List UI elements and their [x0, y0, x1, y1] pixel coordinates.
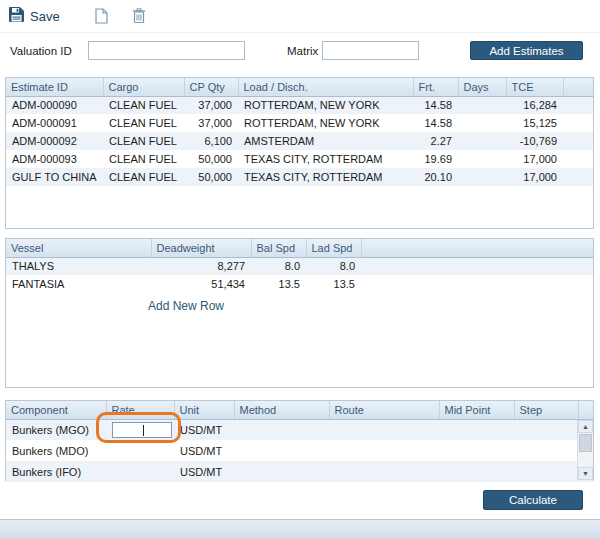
- cell-cargo: CLEAN FUEL: [103, 114, 184, 132]
- valuation-app: Save Valuation ID Matrix Add Estimates: [0, 0, 600, 539]
- cell-cp-qty: 37,000: [184, 96, 238, 114]
- cell-cp-qty: 50,000: [184, 150, 238, 168]
- vessels-table: Vessel Deadweight Bal Spd Lad Spd THALYS…: [6, 239, 593, 293]
- vessels-header-row: Vessel Deadweight Bal Spd Lad Spd: [6, 239, 593, 257]
- cell-mid-point: [439, 461, 514, 482]
- rate-input-wrap: [112, 422, 172, 438]
- valuation-id-input[interactable]: [88, 41, 245, 60]
- cell-days: [458, 168, 506, 186]
- scroll-down-icon[interactable]: ▼: [578, 467, 593, 480]
- cell-method: [234, 440, 329, 461]
- col-component: Component: [6, 401, 106, 419]
- cell-route: [329, 419, 439, 440]
- cell-bal-spd: 8.0: [251, 257, 306, 275]
- spacer-cell: [563, 168, 593, 186]
- col-rate: Rate: [106, 401, 174, 419]
- cell-unit: USD/MT: [174, 419, 234, 440]
- col-days: Days: [458, 78, 506, 96]
- cell-step: [514, 461, 578, 482]
- estimate-row[interactable]: ADM-000093 CLEAN FUEL 50,000 TEXAS CITY,…: [6, 150, 593, 168]
- estimate-row[interactable]: ADM-000090 CLEAN FUEL 37,000 ROTTERDAM, …: [6, 96, 593, 114]
- vessel-row[interactable]: THALYS 8,277 8.0 8.0: [6, 257, 593, 275]
- scrollbar-thumb[interactable]: [579, 434, 592, 452]
- cell-rate[interactable]: [106, 440, 174, 461]
- cell-cp-qty: 6,100: [184, 132, 238, 150]
- component-row[interactable]: Bunkers (IFO) USD/MT: [6, 461, 593, 482]
- col-estimate-id: Estimate ID: [6, 78, 103, 96]
- scroll-up-icon[interactable]: ▲: [578, 420, 593, 433]
- save-icon: [9, 7, 24, 25]
- component-row[interactable]: Bunkers (MGO) USD/MT: [6, 419, 593, 440]
- cell-load-disch: ROTTERDAM, NEW YORK: [238, 96, 413, 114]
- col-frt: Frt.: [413, 78, 458, 96]
- cell-tce: 17,000: [506, 168, 563, 186]
- cell-tce: 17,000: [506, 150, 563, 168]
- cell-load-disch: ROTTERDAM, NEW YORK: [238, 114, 413, 132]
- estimate-row[interactable]: ADM-000092 CLEAN FUEL 6,100 AMSTERDAM 2.…: [6, 132, 593, 150]
- cell-component: Bunkers (MDO): [6, 440, 106, 461]
- cell-step: [514, 440, 578, 461]
- col-unit: Unit: [174, 401, 234, 419]
- cell-cargo: CLEAN FUEL: [103, 150, 184, 168]
- cell-bal-spd: 13.5: [251, 275, 306, 293]
- estimates-header-row: Estimate ID Cargo CP Qty Load / Disch. F…: [6, 78, 593, 96]
- col-tce: TCE: [506, 78, 563, 96]
- cell-cargo: CLEAN FUEL: [103, 132, 184, 150]
- new-document-icon[interactable]: [95, 8, 108, 27]
- estimate-row[interactable]: ADM-000091 CLEAN FUEL 37,000 ROTTERDAM, …: [6, 114, 593, 132]
- component-row[interactable]: Bunkers (MDO) USD/MT: [6, 440, 593, 461]
- status-bar: [0, 519, 600, 539]
- cell-route: [329, 440, 439, 461]
- components-table: Component Rate Unit Method Route Mid Poi…: [6, 401, 593, 482]
- estimates-panel: Estimate ID Cargo CP Qty Load / Disch. F…: [5, 77, 594, 229]
- cell-lad-spd: 8.0: [306, 257, 361, 275]
- cell-mid-point: [439, 419, 514, 440]
- cell-tce: 15,125: [506, 114, 563, 132]
- cell-rate[interactable]: [106, 461, 174, 482]
- cell-tce: 16,284: [506, 96, 563, 114]
- cell-cp-qty: 37,000: [184, 114, 238, 132]
- add-estimates-button[interactable]: Add Estimates: [470, 41, 583, 60]
- cell-rate: [106, 419, 174, 440]
- save-button[interactable]: Save: [9, 7, 60, 25]
- spacer-cell: [563, 132, 593, 150]
- vessel-row[interactable]: FANTASIA 51,434 13.5 13.5: [6, 275, 593, 293]
- cell-load-disch: AMSTERDAM: [238, 132, 413, 150]
- cell-days: [458, 150, 506, 168]
- col-mid-point: Mid Point: [439, 401, 514, 419]
- calculate-button[interactable]: Calculate: [483, 490, 583, 510]
- cell-days: [458, 96, 506, 114]
- col-deadweight: Deadweight: [151, 239, 251, 257]
- cell-unit: USD/MT: [174, 461, 234, 482]
- cell-estimate-id: ADM-000092: [6, 132, 103, 150]
- cell-tce: -10,769: [506, 132, 563, 150]
- delete-icon[interactable]: [132, 8, 146, 27]
- cell-load-disch: TEXAS CITY, ROTTERDAM: [238, 168, 413, 186]
- cell-days: [458, 132, 506, 150]
- cell-mid-point: [439, 440, 514, 461]
- spacer-cell: [361, 275, 593, 293]
- matrix-input[interactable]: [322, 41, 419, 60]
- vertical-scrollbar[interactable]: ▲ ▼: [577, 420, 593, 480]
- col-load-disch: Load / Disch.: [238, 78, 413, 96]
- col-step: Step: [514, 401, 578, 419]
- matrix-label: Matrix: [287, 45, 318, 57]
- cell-estimate-id: ADM-000091: [6, 114, 103, 132]
- estimate-row[interactable]: GULF TO CHINA CLEAN FUEL 50,000 TEXAS CI…: [6, 168, 593, 186]
- spacer-cell: [563, 96, 593, 114]
- components-header-row: Component Rate Unit Method Route Mid Poi…: [6, 401, 593, 419]
- col-spacer: [578, 401, 593, 419]
- add-new-row-link[interactable]: Add New Row: [6, 299, 366, 313]
- col-method: Method: [234, 401, 329, 419]
- cell-cp-qty: 50,000: [184, 168, 238, 186]
- cell-deadweight: 51,434: [151, 275, 251, 293]
- cell-frt: 14.58: [413, 96, 458, 114]
- text-caret: [143, 425, 144, 436]
- save-label: Save: [30, 9, 60, 24]
- cell-unit: USD/MT: [174, 440, 234, 461]
- col-spacer: [563, 78, 593, 96]
- components-panel: Component Rate Unit Method Route Mid Poi…: [5, 400, 594, 481]
- rate-input[interactable]: [112, 422, 172, 438]
- cell-component: Bunkers (IFO): [6, 461, 106, 482]
- valuation-id-label: Valuation ID: [10, 45, 72, 57]
